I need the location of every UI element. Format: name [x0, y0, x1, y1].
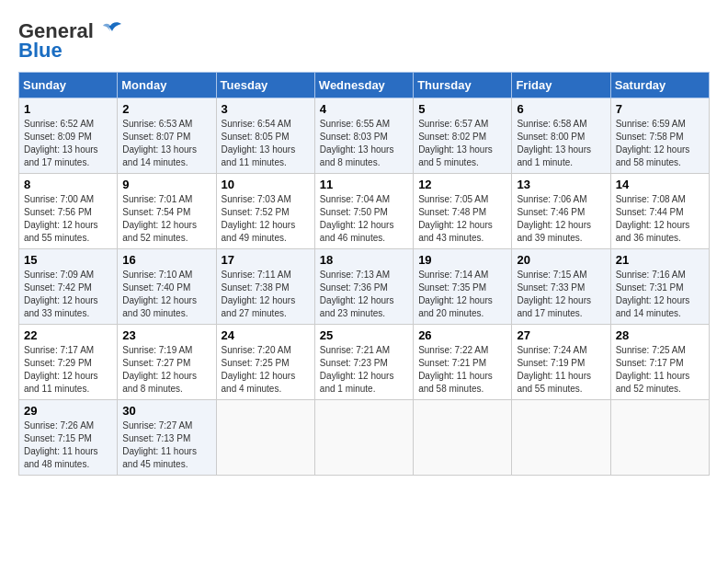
- col-header-monday: Monday: [118, 73, 216, 98]
- day-info: Sunrise: 7:10 AM Sunset: 7:40 PM Dayligh…: [122, 269, 210, 320]
- page-header: General Blue: [18, 18, 710, 63]
- day-info: Sunrise: 7:20 AM Sunset: 7:25 PM Dayligh…: [222, 344, 310, 396]
- day-info: Sunrise: 7:05 AM Sunset: 7:48 PM Dayligh…: [418, 193, 506, 245]
- day-number: 11: [320, 178, 408, 191]
- calendar-cell: 12 Sunrise: 7:05 AM Sunset: 7:48 PM Dayl…: [414, 174, 512, 249]
- sunset-label: Sunset: 7:27 PM: [122, 358, 190, 368]
- daylight-label: Daylight: 12 hours and 46 minutes.: [320, 220, 394, 243]
- day-number: 8: [24, 178, 112, 191]
- sunrise-label: Sunrise: 7:13 AM: [320, 270, 390, 280]
- sunset-label: Sunset: 7:23 PM: [320, 358, 388, 368]
- calendar-cell: 3 Sunrise: 6:54 AM Sunset: 8:05 PM Dayli…: [216, 98, 314, 174]
- sunrise-label: Sunrise: 7:10 AM: [122, 270, 192, 280]
- col-header-saturday: Saturday: [610, 73, 709, 98]
- calendar-cell: 8 Sunrise: 7:00 AM Sunset: 7:56 PM Dayli…: [19, 174, 118, 249]
- calendar-cell: [414, 400, 512, 476]
- daylight-label: Daylight: 12 hours and 23 minutes.: [320, 295, 394, 318]
- day-number: 26: [418, 328, 506, 342]
- sunset-label: Sunset: 8:09 PM: [24, 132, 92, 142]
- calendar-cell: 29 Sunrise: 7:26 AM Sunset: 7:15 PM Dayl…: [19, 400, 118, 476]
- day-info: Sunrise: 7:25 AM Sunset: 7:17 PM Dayligh…: [616, 344, 704, 396]
- daylight-label: Daylight: 12 hours and 27 minutes.: [222, 295, 296, 318]
- day-number: 13: [517, 178, 605, 191]
- sunrise-label: Sunrise: 6:57 AM: [418, 119, 488, 129]
- calendar-cell: 27 Sunrise: 7:24 AM Sunset: 7:19 PM Dayl…: [512, 325, 610, 400]
- day-number: 3: [222, 102, 310, 116]
- daylight-label: Daylight: 12 hours and 20 minutes.: [418, 295, 493, 318]
- sunset-label: Sunset: 7:36 PM: [320, 282, 388, 293]
- day-info: Sunrise: 7:14 AM Sunset: 7:35 PM Dayligh…: [418, 269, 506, 320]
- daylight-label: Daylight: 12 hours and 43 minutes.: [418, 220, 493, 243]
- sunset-label: Sunset: 7:50 PM: [320, 207, 388, 217]
- sunset-label: Sunset: 7:44 PM: [616, 207, 684, 217]
- sunrise-label: Sunrise: 7:25 AM: [616, 345, 686, 355]
- daylight-label: Daylight: 12 hours and 30 minutes.: [122, 295, 197, 318]
- daylight-label: Daylight: 12 hours and 17 minutes.: [517, 295, 591, 318]
- sunrise-label: Sunrise: 7:06 AM: [517, 194, 586, 204]
- day-number: 22: [24, 328, 112, 342]
- sunset-label: Sunset: 7:31 PM: [616, 282, 684, 293]
- calendar-header-row: SundayMondayTuesdayWednesdayThursdayFrid…: [19, 73, 710, 98]
- sunrise-label: Sunrise: 7:17 AM: [24, 345, 94, 355]
- sunset-label: Sunset: 7:19 PM: [517, 358, 585, 368]
- logo: General Blue: [18, 18, 123, 63]
- daylight-label: Daylight: 13 hours and 11 minutes.: [222, 144, 296, 167]
- sunset-label: Sunset: 7:33 PM: [517, 282, 585, 293]
- sunset-label: Sunset: 7:38 PM: [222, 282, 290, 293]
- calendar-cell: 15 Sunrise: 7:09 AM Sunset: 7:42 PM Dayl…: [19, 249, 118, 325]
- sunrise-label: Sunrise: 7:22 AM: [418, 345, 488, 355]
- day-number: 28: [616, 328, 704, 342]
- calendar-cell: 25 Sunrise: 7:21 AM Sunset: 7:23 PM Dayl…: [314, 325, 413, 400]
- day-number: 29: [24, 404, 112, 418]
- day-number: 1: [24, 102, 112, 116]
- calendar-cell: 5 Sunrise: 6:57 AM Sunset: 8:02 PM Dayli…: [414, 98, 512, 174]
- calendar-cell: 4 Sunrise: 6:55 AM Sunset: 8:03 PM Dayli…: [314, 98, 413, 174]
- calendar-cell: 9 Sunrise: 7:01 AM Sunset: 7:54 PM Dayli…: [118, 174, 216, 249]
- day-number: 16: [122, 253, 210, 267]
- day-info: Sunrise: 6:53 AM Sunset: 8:07 PM Dayligh…: [122, 118, 210, 169]
- day-info: Sunrise: 6:52 AM Sunset: 8:09 PM Dayligh…: [24, 118, 112, 169]
- daylight-label: Daylight: 12 hours and 14 minutes.: [616, 295, 690, 318]
- calendar-week-row: 22 Sunrise: 7:17 AM Sunset: 7:29 PM Dayl…: [19, 325, 710, 400]
- day-number: 30: [122, 404, 210, 418]
- day-info: Sunrise: 7:16 AM Sunset: 7:31 PM Dayligh…: [616, 269, 704, 320]
- sunset-label: Sunset: 7:46 PM: [517, 207, 585, 217]
- daylight-label: Daylight: 12 hours and 49 minutes.: [222, 220, 296, 243]
- day-info: Sunrise: 7:13 AM Sunset: 7:36 PM Dayligh…: [320, 269, 408, 320]
- day-info: Sunrise: 7:17 AM Sunset: 7:29 PM Dayligh…: [24, 344, 112, 396]
- calendar-cell: [216, 400, 314, 476]
- calendar-cell: 6 Sunrise: 6:58 AM Sunset: 8:00 PM Dayli…: [512, 98, 610, 174]
- calendar-body: 1 Sunrise: 6:52 AM Sunset: 8:09 PM Dayli…: [19, 98, 710, 476]
- sunrise-label: Sunrise: 7:01 AM: [122, 194, 192, 204]
- daylight-label: Daylight: 11 hours and 52 minutes.: [616, 371, 690, 394]
- sunrise-label: Sunrise: 7:08 AM: [616, 194, 686, 204]
- daylight-label: Daylight: 13 hours and 14 minutes.: [122, 144, 197, 167]
- sunset-label: Sunset: 7:56 PM: [24, 207, 92, 217]
- daylight-label: Daylight: 12 hours and 52 minutes.: [122, 220, 197, 243]
- col-header-wednesday: Wednesday: [314, 73, 413, 98]
- sunset-label: Sunset: 7:42 PM: [24, 282, 92, 293]
- daylight-label: Daylight: 12 hours and 39 minutes.: [517, 220, 591, 243]
- calendar-cell: 18 Sunrise: 7:13 AM Sunset: 7:36 PM Dayl…: [314, 249, 413, 325]
- sunset-label: Sunset: 7:58 PM: [616, 132, 684, 142]
- calendar-cell: 22 Sunrise: 7:17 AM Sunset: 7:29 PM Dayl…: [19, 325, 118, 400]
- sunrise-label: Sunrise: 6:53 AM: [122, 119, 192, 129]
- sunrise-label: Sunrise: 6:52 AM: [24, 119, 94, 129]
- day-info: Sunrise: 7:22 AM Sunset: 7:21 PM Dayligh…: [418, 344, 506, 396]
- sunrise-label: Sunrise: 7:03 AM: [222, 194, 291, 204]
- calendar-week-row: 1 Sunrise: 6:52 AM Sunset: 8:09 PM Dayli…: [19, 98, 710, 174]
- day-number: 5: [418, 102, 506, 116]
- col-header-thursday: Thursday: [414, 73, 512, 98]
- day-info: Sunrise: 7:19 AM Sunset: 7:27 PM Dayligh…: [122, 344, 210, 396]
- calendar-week-row: 8 Sunrise: 7:00 AM Sunset: 7:56 PM Dayli…: [19, 174, 710, 249]
- sunrise-label: Sunrise: 7:04 AM: [320, 194, 390, 204]
- day-info: Sunrise: 7:03 AM Sunset: 7:52 PM Dayligh…: [222, 193, 310, 245]
- day-info: Sunrise: 7:15 AM Sunset: 7:33 PM Dayligh…: [517, 269, 605, 320]
- day-number: 20: [517, 253, 605, 267]
- daylight-label: Daylight: 11 hours and 58 minutes.: [418, 371, 493, 394]
- calendar-cell: 19 Sunrise: 7:14 AM Sunset: 7:35 PM Dayl…: [414, 249, 512, 325]
- logo-blue: Blue: [18, 39, 63, 63]
- daylight-label: Daylight: 11 hours and 45 minutes.: [122, 446, 197, 469]
- day-number: 23: [122, 328, 210, 342]
- calendar-cell: [314, 400, 413, 476]
